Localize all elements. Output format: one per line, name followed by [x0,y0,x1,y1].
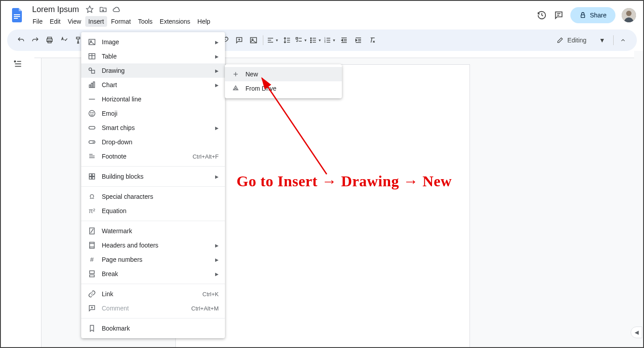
comments-icon[interactable] [553,10,564,21]
history-icon[interactable] [536,10,547,21]
share-button[interactable]: Share [570,7,615,23]
cloud-icon[interactable] [112,5,121,14]
insert-hline[interactable]: Horizontal line [81,92,225,106]
dropdown-chip-icon [87,138,96,147]
side-panel-toggle[interactable]: ◀ [631,327,642,338]
insert-drawing[interactable]: Drawing▶ [81,63,225,78]
svg-rect-23 [296,38,298,39]
insert-image[interactable]: Image▶ [81,35,225,49]
menu-file[interactable]: File [29,16,46,27]
editing-label: Editing [567,37,586,44]
insert-dropdown-chip[interactable]: Drop-down [81,135,225,149]
svg-rect-78 [90,275,95,277]
insert-special-chars[interactable]: ΩSpecial characters [81,189,225,204]
svg-rect-58 [91,83,93,88]
insert-break[interactable]: Break▶ [81,267,225,281]
print-icon[interactable] [43,34,56,47]
svg-rect-2 [14,18,18,19]
svg-rect-59 [93,82,95,88]
svg-rect-56 [91,70,95,73]
numbered-list-icon[interactable]: 123▼ [323,34,337,47]
table-icon [87,52,96,61]
redo-icon[interactable] [29,34,42,47]
insert-headers-footers[interactable]: Headers and footers▶ [81,238,225,252]
undo-icon[interactable] [14,34,28,47]
svg-rect-74 [90,242,95,248]
checklist-icon[interactable]: ▼ [295,34,308,47]
chevron-right-icon: ▶ [215,174,219,179]
emoji-icon [87,109,96,118]
vertical-ruler[interactable] [34,58,42,347]
chart-icon [87,80,96,89]
doc-title[interactable]: Lorem Ipsum [29,4,82,15]
decrease-indent-icon[interactable] [337,34,351,47]
chevron-right-icon: ▶ [215,272,219,277]
insert-building-blocks[interactable]: Building blocks▶ [81,169,225,184]
svg-rect-57 [89,85,91,88]
svg-point-46 [14,61,16,62]
svg-rect-6 [581,15,585,17]
drawing-new[interactable]: New [225,67,342,81]
insert-smart-chips[interactable]: Smart chips▶ [81,121,225,135]
insert-chart[interactable]: Chart▶ [81,78,225,92]
drawing-from-drive[interactable]: From Drive [225,81,342,96]
insert-emoji[interactable]: Emoji [81,106,225,121]
chip-icon [87,123,96,132]
collapse-icon[interactable] [616,34,630,47]
svg-point-63 [93,113,94,113]
bookmark-icon [87,324,96,333]
line-spacing-icon[interactable] [280,34,294,47]
star-icon[interactable] [85,5,94,14]
insert-bookmark[interactable]: Bookmark [81,321,225,335]
outline-icon[interactable] [11,57,25,71]
comment-icon [87,304,96,313]
svg-rect-64 [89,126,95,129]
menu-help[interactable]: Help [194,16,213,27]
omega-icon: Ω [87,192,96,201]
menu-tools[interactable]: Tools [135,16,156,27]
svg-point-28 [310,42,311,42]
insert-watermark[interactable]: Watermark [81,224,225,238]
editing-mode-button[interactable]: Editing ▼ [551,34,611,46]
share-label: Share [590,12,607,19]
insert-dropdown: Image▶ Table▶ Drawing▶ Chart▶ Horizontal… [81,32,225,338]
add-comment-icon[interactable] [233,34,246,47]
move-icon[interactable] [99,5,108,14]
image-icon [87,38,96,46]
footnote-icon [87,152,96,161]
menu-extensions[interactable]: Extensions [157,16,193,27]
menu-format[interactable]: Format [108,16,134,27]
docs-logo[interactable] [8,6,26,24]
link-icon [87,289,96,298]
insert-image-icon[interactable] [247,34,260,47]
menu-insert[interactable]: Insert [85,16,107,27]
avatar[interactable] [622,8,636,22]
svg-point-26 [310,38,311,38]
drive-icon [231,84,240,93]
menu-view[interactable]: View [65,16,84,27]
insert-footnote[interactable]: FootnoteCtrl+Alt+F [81,149,225,164]
svg-rect-70 [92,174,95,176]
watermark-icon [87,226,96,235]
increase-indent-icon[interactable] [352,34,365,47]
svg-marker-3 [87,6,93,13]
blocks-icon [87,172,96,181]
insert-link[interactable]: LinkCtrl+K [81,287,225,301]
insert-table[interactable]: Table▶ [81,49,225,63]
svg-rect-77 [90,271,95,273]
chevron-right-icon: ▶ [215,126,219,130]
insert-equation[interactable]: π²Equation [81,204,225,218]
bullet-list-icon[interactable]: ▼ [309,34,322,47]
clear-format-icon[interactable] [366,34,379,47]
chevron-right-icon: ▶ [215,257,219,262]
lock-icon [579,12,586,19]
svg-rect-72 [92,177,95,179]
insert-page-numbers[interactable]: #Page numbers▶ [81,252,225,267]
pencil-icon [557,37,564,44]
menu-edit[interactable]: Edit [47,16,64,27]
chevron-right-icon: ▶ [215,40,219,45]
drawing-icon [87,66,96,75]
spellcheck-icon[interactable] [57,34,71,47]
align-icon[interactable]: ▼ [266,34,279,47]
plus-icon [231,70,240,79]
